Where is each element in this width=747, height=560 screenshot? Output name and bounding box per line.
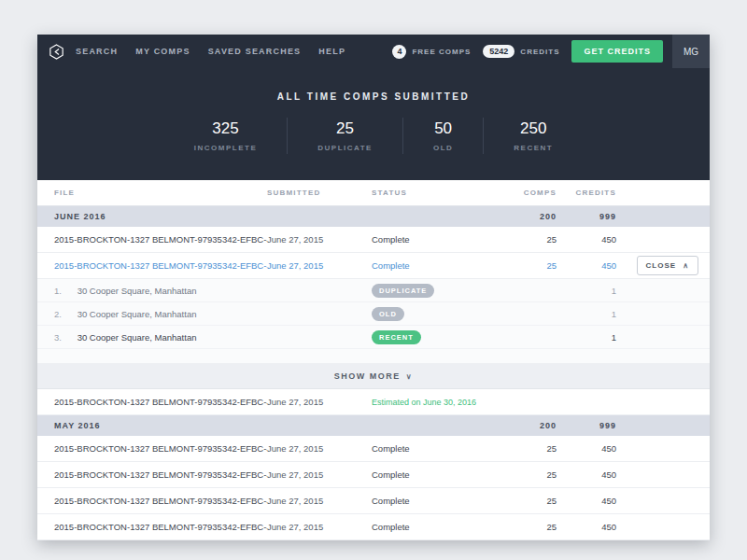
credits-count: 450 bbox=[557, 522, 616, 532]
file-name: 2015-BROCKTON-1327 BELMONT-97935342-EFBC… bbox=[37, 522, 267, 532]
header-status: STATUS bbox=[372, 189, 502, 197]
comp-detail-row: 3. 30 Cooper Square, Manhattan RECENT 1 bbox=[37, 326, 710, 349]
group-label: JUNE 2016 bbox=[37, 212, 267, 221]
header-file: FILE bbox=[37, 189, 267, 197]
credits-count: 450 bbox=[557, 469, 616, 480]
credits-label: CREDITS bbox=[520, 48, 559, 56]
nav-item-my-comps[interactable]: MY COMPS bbox=[135, 47, 190, 56]
comps-count: 25 bbox=[502, 234, 557, 245]
file-name: 2015-BROCKTON-1327 BELMONT-97935342-EFBC… bbox=[37, 397, 267, 407]
table-header: FILE SUBMITTED STATUS COMPS CREDITS bbox=[37, 180, 710, 206]
group-row-may-2016: MAY 2016 200 999 bbox=[37, 415, 710, 436]
group-label: MAY 2016 bbox=[37, 421, 267, 430]
table-row[interactable]: 2015-BROCKTON-1327 BELMONT-97935342-EFBC… bbox=[37, 227, 710, 253]
comps-count: 25 bbox=[502, 443, 557, 454]
comps-count: 25 bbox=[502, 260, 557, 271]
table-row[interactable]: 2015-BROCKTON-1327 BELMONT-97935342-EFBC… bbox=[37, 462, 710, 488]
close-button[interactable]: CLOSE ∧ bbox=[637, 256, 698, 275]
get-credits-button[interactable]: GET CREDITS bbox=[571, 40, 663, 63]
status-badge-duplicate: DUPLICATE bbox=[372, 284, 434, 298]
stat-value: 25 bbox=[317, 119, 373, 138]
header-comps: COMPS bbox=[502, 189, 557, 197]
credits-count: 450 bbox=[557, 496, 616, 506]
table-row[interactable]: 2015-BROCKTON-1327 BELMONT-97935342-EFBC… bbox=[37, 514, 710, 540]
top-navbar: SEARCH MY COMPS SAVED SEARCHES HELP 4 FR… bbox=[37, 35, 710, 68]
avatar[interactable]: MG bbox=[672, 35, 710, 68]
comp-number: 3. bbox=[54, 332, 75, 343]
stat-value: 50 bbox=[433, 119, 453, 138]
detail-spacer bbox=[37, 349, 710, 364]
stats-hero: ALL TIME COMPS SUBMITTED 325 INCOMPLETE … bbox=[37, 68, 710, 180]
close-button-label: CLOSE bbox=[646, 261, 677, 270]
status-badge-old: OLD bbox=[372, 307, 404, 321]
comp-number: 2. bbox=[54, 309, 75, 319]
file-name: 2015-BROCKTON-1327 BELMONT-97935342-EFBC… bbox=[37, 469, 267, 480]
stat-recent: 250 RECENT bbox=[483, 118, 583, 154]
stat-label: DUPLICATE bbox=[317, 144, 373, 152]
group-comps-total: 200 bbox=[502, 212, 557, 221]
comp-address: 30 Cooper Square, Manhattan bbox=[78, 309, 197, 319]
comp-number: 1. bbox=[54, 286, 75, 296]
credits-count: 1 bbox=[557, 309, 616, 319]
submitted-date: June 27, 2015 bbox=[267, 469, 372, 480]
stat-old: 50 OLD bbox=[402, 118, 483, 154]
logo-icon[interactable] bbox=[49, 44, 63, 60]
stat-label: RECENT bbox=[514, 144, 553, 152]
show-more-label: SHOW MORE bbox=[334, 371, 401, 381]
comps-count: 25 bbox=[502, 496, 557, 506]
chevron-down-icon: ∨ bbox=[406, 372, 413, 381]
submitted-date: June 27, 2015 bbox=[267, 496, 372, 506]
stats-row: 325 INCOMPLETE 25 DUPLICATE 50 OLD 250 R… bbox=[37, 118, 710, 154]
submitted-date: June 27, 2015 bbox=[267, 397, 372, 407]
app-window: SEARCH MY COMPS SAVED SEARCHES HELP 4 FR… bbox=[37, 35, 710, 540]
hero-title: ALL TIME COMPS SUBMITTED bbox=[37, 91, 710, 102]
submitted-date: June 27, 2015 bbox=[267, 260, 372, 271]
status-text: Complete bbox=[372, 469, 502, 480]
header-submitted: SUBMITTED bbox=[267, 189, 372, 197]
credits-count-badge: 5242 bbox=[483, 45, 514, 58]
stat-value: 250 bbox=[514, 119, 553, 138]
submitted-date: June 27, 2015 bbox=[267, 522, 372, 532]
comp-detail-row: 2. 30 Cooper Square, Manhattan OLD 1 bbox=[37, 302, 710, 326]
group-comps-total: 200 bbox=[502, 421, 557, 430]
show-more-button[interactable]: SHOW MORE ∨ bbox=[37, 364, 710, 389]
table-row[interactable]: 2015-BROCKTON-1327 BELMONT-97935342-EFBC… bbox=[37, 488, 710, 514]
group-credits-total: 999 bbox=[557, 212, 616, 221]
comp-address: 30 Cooper Square, Manhattan bbox=[78, 286, 197, 296]
stat-duplicate: 25 DUPLICATE bbox=[287, 118, 402, 154]
comp-detail-row: 1. 30 Cooper Square, Manhattan DUPLICATE… bbox=[37, 279, 710, 302]
status-text: Complete bbox=[372, 496, 502, 506]
free-comps-indicator: 4 FREE COMPS bbox=[392, 45, 471, 59]
status-text: Complete bbox=[372, 522, 502, 532]
table-row[interactable]: 2015-BROCKTON-1327 BELMONT-97935342-EFBC… bbox=[37, 389, 710, 415]
credits-count: 450 bbox=[557, 443, 616, 454]
status-text: Complete bbox=[372, 234, 502, 245]
file-name: 2015-BROCKTON-1327 BELMONT-97935342-EFBC… bbox=[37, 496, 267, 506]
stat-value: 325 bbox=[194, 119, 257, 138]
credits-count: 450 bbox=[557, 234, 616, 245]
credits-count: 1 bbox=[557, 332, 616, 343]
stat-label: OLD bbox=[433, 144, 453, 152]
stat-incomplete: 325 INCOMPLETE bbox=[164, 118, 287, 154]
free-comps-count: 4 bbox=[392, 45, 406, 59]
table-row-expanded[interactable]: 2015-BROCKTON-1327 BELMONT-97935342-EFBC… bbox=[37, 253, 710, 279]
table-row[interactable]: 2015-BROCKTON-1327 BELMONT-97935342-EFBC… bbox=[37, 436, 710, 462]
status-text: Complete bbox=[372, 260, 502, 271]
file-name: 2015-BROCKTON-1327 BELMONT-97935342-EFBC… bbox=[37, 260, 267, 271]
status-badge-recent: RECENT bbox=[372, 330, 421, 344]
file-name: 2015-BROCKTON-1327 BELMONT-97935342-EFBC… bbox=[37, 234, 267, 245]
credits-count: 1 bbox=[557, 286, 616, 296]
comps-table: FILE SUBMITTED STATUS COMPS CREDITS JUNE… bbox=[37, 180, 710, 540]
chevron-up-icon: ∧ bbox=[683, 261, 689, 270]
comps-count: 25 bbox=[502, 522, 557, 532]
nav-item-search[interactable]: SEARCH bbox=[76, 47, 118, 56]
comp-address: 30 Cooper Square, Manhattan bbox=[78, 332, 197, 343]
free-comps-label: FREE COMPS bbox=[412, 48, 471, 56]
group-row-june-2016: JUNE 2016 200 999 bbox=[37, 206, 710, 227]
comps-count: 25 bbox=[502, 469, 557, 480]
file-name: 2015-BROCKTON-1327 BELMONT-97935342-EFBC… bbox=[37, 443, 267, 454]
nav-item-saved-searches[interactable]: SAVED SEARCHES bbox=[208, 47, 302, 56]
nav-item-help[interactable]: HELP bbox=[318, 47, 345, 56]
status-estimated-text: Estimated on June 30, 2016 bbox=[372, 398, 502, 407]
credits-indicator: 5242 CREDITS bbox=[483, 45, 559, 58]
